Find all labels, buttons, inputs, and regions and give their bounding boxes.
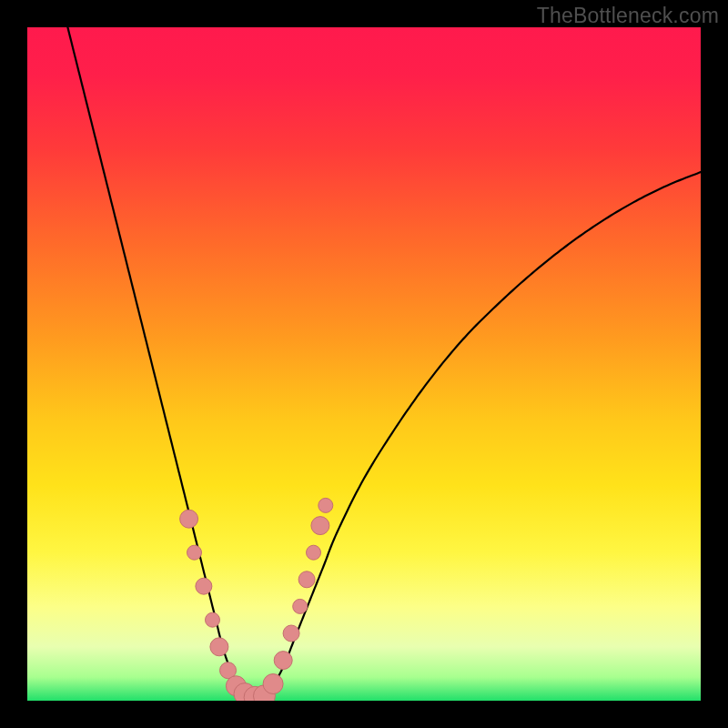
curve-marker (298, 571, 315, 588)
curve-marker (318, 498, 333, 512)
curve-marker (263, 674, 283, 694)
curve-marker (311, 517, 329, 535)
watermark-text: TheBottleneck.com (537, 4, 719, 28)
curve-marker (274, 652, 292, 670)
curve-marker (293, 599, 308, 613)
curve-marker (307, 545, 321, 560)
curve-marker (196, 578, 212, 594)
chart-frame: TheBottleneck.com (0, 0, 728, 728)
curve-marker (210, 638, 228, 656)
curve-marker (180, 510, 198, 528)
curve-marker (283, 625, 299, 642)
plot-area (27, 27, 701, 701)
curve-marker (187, 545, 202, 560)
bottleneck-curve (67, 27, 701, 699)
chart-overlay (27, 27, 701, 701)
curve-marker (206, 612, 220, 627)
